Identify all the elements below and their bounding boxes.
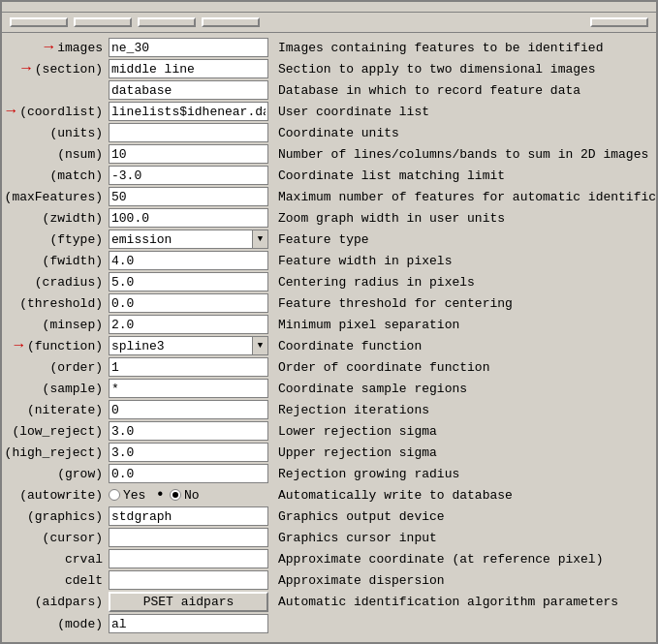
param-input[interactable] — [109, 187, 268, 206]
param-label: (threshold) — [19, 296, 103, 311]
param-value-cell: Yes•No — [109, 487, 268, 503]
param-label: (maxFeatures) — [5, 190, 103, 204]
param-input[interactable] — [109, 251, 268, 270]
param-select[interactable]: spline3▼ — [109, 336, 268, 355]
param-desc: Section to apply to two dimensional imag… — [268, 62, 656, 77]
param-name: (niterate) — [2, 403, 109, 417]
param-row: (ftype)emission▼Feature type — [2, 229, 656, 250]
execute-button[interactable] — [10, 17, 68, 27]
param-desc: Coordinate function — [268, 339, 656, 353]
param-input[interactable] — [109, 38, 268, 57]
param-label: (cradius) — [35, 275, 103, 290]
param-input[interactable] — [109, 379, 268, 398]
select-value: spline3 — [110, 339, 252, 353]
radio-yes-label: Yes — [123, 488, 145, 503]
param-desc: Approximate dispersion — [268, 573, 656, 588]
param-label: (nsum) — [57, 147, 103, 162]
pset-button[interactable]: PSET aidpars — [109, 592, 268, 612]
param-name: (low_reject) — [2, 424, 109, 439]
param-label: (cursor) — [43, 531, 103, 545]
param-value-cell — [109, 208, 268, 228]
param-row: (graphics)Graphics output device — [2, 506, 656, 527]
param-input[interactable] — [109, 59, 268, 78]
param-input[interactable] — [109, 272, 268, 291]
param-name: →(section) — [2, 61, 109, 77]
param-row: (nsum)Number of lines/columns/bands to s… — [2, 143, 656, 165]
param-name: →(function) — [2, 338, 109, 353]
param-input[interactable] — [109, 421, 268, 441]
param-input[interactable] — [109, 443, 268, 462]
unlearn-button[interactable] — [138, 17, 196, 27]
param-desc: Automatic identification algorithm param… — [268, 595, 656, 609]
param-name: (minsep) — [2, 318, 109, 332]
param-desc: Graphics output device — [268, 509, 656, 524]
param-label: (fwidth) — [43, 254, 103, 268]
param-input[interactable] — [109, 166, 268, 185]
dropdown-arrow-icon[interactable]: ▼ — [252, 230, 267, 248]
param-input[interactable] — [109, 464, 268, 483]
param-row: (cursor)Graphics cursor input — [2, 527, 656, 548]
param-input[interactable] — [109, 357, 268, 377]
param-desc: Upper rejection sigma — [268, 445, 656, 460]
radio-yes-circle — [109, 489, 120, 501]
param-input[interactable] — [109, 208, 268, 228]
param-row: (grow)Rejection growing radius — [2, 463, 656, 484]
param-value-cell — [109, 272, 268, 291]
param-input[interactable] — [109, 144, 268, 164]
radio-no[interactable]: •No — [155, 487, 199, 503]
param-label: crval — [65, 552, 103, 567]
param-desc: Database in which to record feature data — [268, 83, 656, 98]
param-row: (match)Coordinate list matching limit — [2, 165, 656, 186]
save-quit-button[interactable] — [74, 17, 132, 27]
param-input[interactable] — [109, 315, 268, 334]
param-value-cell — [109, 549, 268, 568]
param-row: (aidpars)PSET aidparsAutomatic identific… — [2, 591, 656, 613]
param-desc: Feature threshold for centering — [268, 296, 656, 311]
param-desc: Centering radius in pixels — [268, 275, 656, 290]
radio-yes[interactable]: Yes — [109, 488, 145, 503]
param-input[interactable] — [109, 528, 268, 547]
cancel-button[interactable] — [202, 17, 260, 27]
radio-no-label: No — [184, 488, 200, 503]
param-label: (mode) — [57, 617, 103, 631]
param-value-cell: spline3▼ — [109, 336, 268, 355]
param-input[interactable] — [109, 570, 268, 590]
param-value-cell — [109, 570, 268, 590]
param-label: (zwidth) — [43, 211, 103, 226]
dropdown-arrow-icon[interactable]: ▼ — [252, 337, 267, 354]
param-select[interactable]: emission▼ — [109, 230, 268, 249]
param-desc: Number of lines/columns/bands to sum in … — [268, 147, 656, 162]
param-label: (function) — [27, 339, 103, 353]
param-label: (units) — [49, 126, 103, 140]
param-input[interactable] — [109, 293, 268, 313]
param-desc: User coordinate list — [268, 105, 656, 119]
param-input[interactable] — [109, 614, 268, 633]
param-value-cell — [109, 506, 268, 526]
arrow-icon: → — [14, 338, 23, 353]
param-value-cell — [109, 315, 268, 334]
param-desc: Images containing features to be identif… — [268, 41, 656, 55]
param-input[interactable] — [109, 80, 268, 100]
param-desc: Rejection growing radius — [268, 467, 656, 481]
param-desc: Rejection iterations — [268, 403, 656, 417]
param-name: (grow) — [2, 467, 109, 481]
param-row: (order)Order of coordinate function — [2, 356, 656, 378]
param-name: (autowrite) — [2, 488, 109, 503]
help-button[interactable] — [590, 17, 648, 27]
main-window: →imagesImages containing features to be … — [0, 0, 658, 644]
param-input[interactable] — [109, 549, 268, 568]
params-content: →imagesImages containing features to be … — [2, 33, 656, 642]
param-row: →(section)Section to apply to two dimens… — [2, 58, 656, 79]
param-input[interactable] — [109, 400, 268, 419]
param-label: (minsep) — [43, 318, 103, 332]
toolbar — [2, 12, 656, 33]
param-input[interactable] — [109, 102, 268, 121]
param-input[interactable] — [109, 506, 268, 526]
param-input[interactable] — [109, 123, 268, 142]
param-name: (order) — [2, 360, 109, 375]
param-label: (graphics) — [27, 509, 103, 524]
param-row: (units)Coordinate units — [2, 122, 656, 143]
param-value-cell — [109, 187, 268, 206]
param-value-cell — [109, 144, 268, 164]
param-row: (threshold)Feature threshold for centeri… — [2, 292, 656, 314]
